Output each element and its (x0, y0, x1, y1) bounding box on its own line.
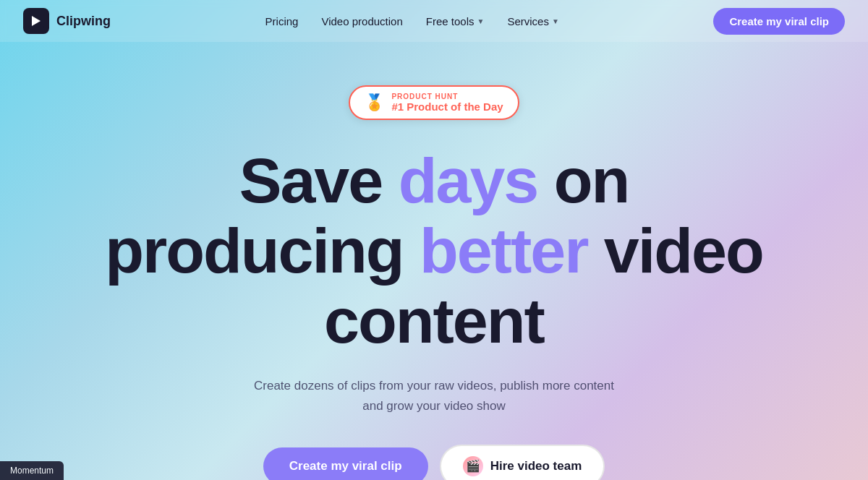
ph-title: #1 Product of the Day (391, 100, 503, 113)
main-content: 🏅 PRODUCT HUNT #1 Product of the Day Sav… (0, 42, 868, 480)
hero-line-2: producing better video (105, 216, 762, 286)
chevron-down-icon: ▼ (477, 17, 484, 25)
medal-icon: 🏅 (365, 93, 384, 112)
ph-label: PRODUCT HUNT (391, 93, 503, 100)
hero-line-1: Save days on (105, 146, 762, 216)
hero-line2-better: better (420, 215, 588, 286)
navbar: Clipwing Pricing Video production Free t… (0, 0, 868, 42)
nav-pricing[interactable]: Pricing (265, 15, 299, 27)
nav-cta-button[interactable]: Create my viral clip (713, 8, 845, 35)
ph-text-block: PRODUCT HUNT #1 Product of the Day (391, 93, 503, 113)
logo[interactable]: Clipwing (23, 8, 111, 34)
nav-video-production[interactable]: Video production (321, 15, 402, 27)
nav-free-tools[interactable]: Free tools ▼ (426, 15, 485, 27)
hero-line1-days: days (399, 145, 538, 216)
hero-line2-producing: producing (105, 215, 420, 286)
cta-buttons: Create my viral clip 🎬 Hire video team (263, 445, 605, 480)
product-hunt-badge: 🏅 PRODUCT HUNT #1 Product of the Day (349, 85, 519, 120)
hero-line1-on: on (537, 145, 629, 216)
logo-text: Clipwing (56, 14, 111, 29)
create-clip-button[interactable]: Create my viral clip (263, 447, 428, 480)
momentum-badge: Momentum (0, 461, 64, 480)
nav-links: Pricing Video production Free tools ▼ Se… (265, 15, 559, 27)
hero-line-3: content (105, 286, 762, 356)
hero-heading: Save days on producing better video cont… (76, 146, 791, 356)
hire-team-button[interactable]: 🎬 Hire video team (440, 445, 605, 480)
nav-services[interactable]: Services ▼ (507, 15, 558, 27)
chevron-down-icon: ▼ (552, 17, 559, 25)
hero-line2-video: video (587, 215, 762, 286)
avatar-icon: 🎬 (463, 456, 483, 476)
hero-subtitle: Create dozens of clips from your raw vid… (254, 376, 614, 415)
hero-line1-save: Save (239, 145, 399, 216)
logo-icon (23, 8, 49, 34)
